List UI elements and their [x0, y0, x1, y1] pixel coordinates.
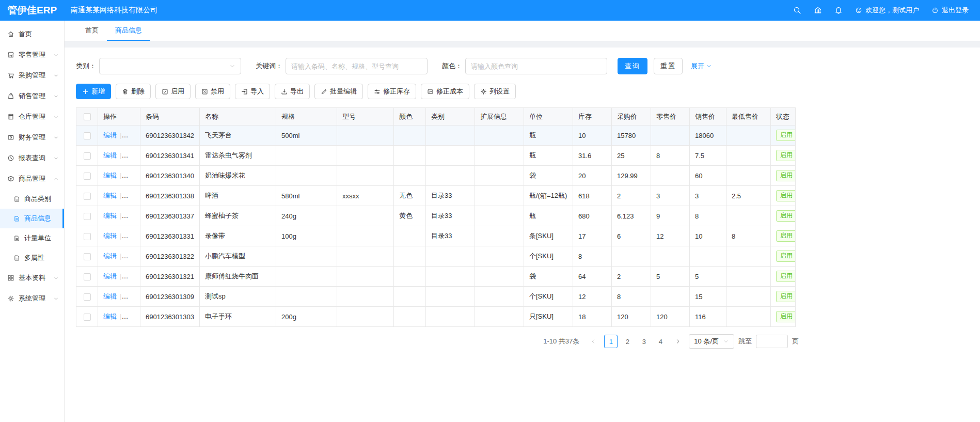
sidebar-subitem[interactable]: 商品类别: [0, 189, 64, 209]
reset-button[interactable]: 重置: [654, 58, 683, 74]
toolbar-button[interactable]: 批量编辑: [314, 84, 363, 99]
sidebar-item[interactable]: 采购管理: [0, 65, 64, 86]
row-checkbox[interactable]: [84, 132, 91, 139]
toolbar-button[interactable]: 导出: [275, 84, 310, 99]
edit-link[interactable]: 编辑: [103, 292, 117, 300]
cell-spec: [276, 166, 337, 186]
cell-stock: 18: [573, 307, 612, 327]
column-header: 型号: [337, 108, 394, 126]
jump-page-input[interactable]: [756, 335, 788, 348]
row-checkbox[interactable]: [84, 253, 91, 260]
sidebar-item[interactable]: 零售管理: [0, 44, 64, 65]
logout-button[interactable]: 退出登录: [931, 6, 969, 15]
home-icon: [7, 30, 14, 38]
sidebar-item[interactable]: 财务管理: [0, 127, 64, 148]
sidebar-subitem-label: 计量单位: [24, 233, 59, 243]
table-row: 编辑|删除6901236301309测试sp个[SKU]12815启用: [76, 287, 796, 307]
toolbar-button[interactable]: 修正成本: [421, 84, 469, 99]
search-icon[interactable]: [793, 6, 801, 14]
sidebar-item-label: 商品管理: [19, 174, 53, 183]
sale-cart-icon: [7, 92, 14, 100]
row-checkbox[interactable]: [84, 273, 91, 280]
cell-barcode: 6901236301338: [140, 186, 200, 206]
sidebar-item-label: 财务管理: [19, 133, 53, 142]
toolbar-button[interactable]: 启用: [155, 84, 191, 99]
expand-link[interactable]: 展开: [691, 61, 712, 71]
row-checkbox[interactable]: [84, 173, 91, 180]
cell-purchase_price: 8: [612, 287, 651, 307]
edit-link[interactable]: 编辑: [103, 192, 117, 199]
sidebar-item[interactable]: 首页: [0, 24, 64, 44]
cell-min_price: [726, 146, 771, 166]
sidebar-subitem[interactable]: 多属性: [0, 248, 64, 268]
page-number[interactable]: 4: [654, 335, 667, 348]
tab[interactable]: 商品信息: [107, 21, 150, 41]
sidebar-item[interactable]: 仓库管理: [0, 106, 64, 127]
color-input[interactable]: [465, 58, 607, 74]
page-number[interactable]: 2: [621, 335, 634, 348]
tab[interactable]: 首页: [77, 21, 107, 41]
page-size-select[interactable]: 10 条/页: [689, 334, 734, 349]
edit-link[interactable]: 编辑: [103, 252, 117, 260]
welcome-user[interactable]: 欢迎您，测试用户: [855, 6, 919, 15]
bell-icon[interactable]: [834, 6, 843, 14]
row-checkbox[interactable]: [84, 213, 91, 220]
sidebar-subitem[interactable]: 计量单位: [0, 228, 64, 248]
toolbar-button[interactable]: 禁用: [195, 84, 230, 99]
cell-min_price: [726, 126, 771, 146]
page-number[interactable]: 3: [637, 335, 651, 348]
search-button[interactable]: 查询: [618, 58, 647, 74]
sidebar-item[interactable]: 系统管理: [0, 288, 64, 309]
sidebar-item[interactable]: 商品管理: [0, 168, 64, 189]
toolbar-button[interactable]: 修正库存: [368, 84, 416, 99]
edit-link[interactable]: 编辑: [103, 232, 117, 240]
edit-link[interactable]: 编辑: [103, 171, 117, 179]
edit-link[interactable]: 编辑: [103, 131, 117, 139]
columns-gear-icon: [480, 88, 487, 95]
cell-retail_price: 9: [651, 206, 690, 226]
next-page-button[interactable]: [671, 335, 685, 348]
row-checkbox-cell: [76, 287, 98, 307]
page-number[interactable]: 1: [604, 335, 618, 348]
row-checkbox[interactable]: [84, 152, 91, 160]
toolbar-button-label: 启用: [171, 87, 184, 96]
column-header: 销售价: [690, 108, 726, 126]
grid-icon: [7, 274, 14, 282]
keyword-input[interactable]: [286, 58, 428, 74]
expand-text: 展开: [691, 61, 704, 71]
row-checkbox[interactable]: [84, 314, 91, 321]
row-checkbox-cell: [76, 307, 98, 327]
row-checkbox-cell: [76, 186, 98, 206]
cell-ext: [475, 166, 524, 186]
sidebar-item[interactable]: 基本资料: [0, 268, 64, 288]
edit-link[interactable]: 编辑: [103, 212, 117, 220]
edit-link[interactable]: 编辑: [103, 312, 117, 320]
bank-icon[interactable]: [814, 6, 822, 14]
cell-status: 启用: [771, 206, 796, 226]
doc-icon: [13, 215, 20, 222]
toolbar-button[interactable]: 删除: [116, 84, 151, 99]
category-select[interactable]: [99, 58, 241, 74]
sidebar-item[interactable]: 销售管理: [0, 86, 64, 106]
cell-sale_price: 7.5: [690, 146, 726, 166]
cell-name: 蜂蜜柚子茶: [200, 206, 276, 226]
row-checkbox[interactable]: [84, 293, 91, 301]
toolbar-button[interactable]: 导入: [235, 84, 270, 99]
sidebar-item[interactable]: 报表查询: [0, 148, 64, 168]
select-all-checkbox[interactable]: [84, 113, 91, 120]
sidebar-item-label: 采购管理: [19, 71, 53, 80]
toolbar-button[interactable]: 新增: [76, 84, 111, 99]
table-row: 编辑|删除6901236301337蜂蜜柚子茶240g黄色目录33瓶6806.1…: [76, 206, 796, 226]
sidebar-menu: 首页零售管理采购管理销售管理仓库管理财务管理报表查询商品管理商品类别商品信息计量…: [0, 24, 64, 309]
prev-page-button[interactable]: [587, 335, 600, 348]
table-row: 编辑|删除6901236301338啤酒580mlxxsxx无色目录33瓶/(箱…: [76, 186, 796, 206]
sidebar-item-label: 报表查询: [19, 153, 53, 163]
sidebar-subitem[interactable]: 商品信息: [0, 209, 64, 228]
toolbar-button[interactable]: 列设置: [474, 84, 516, 99]
edit-link[interactable]: 编辑: [103, 151, 117, 159]
row-checkbox[interactable]: [84, 233, 91, 240]
link-divider: |: [120, 192, 121, 199]
edit-link[interactable]: 编辑: [103, 272, 117, 280]
row-checkbox[interactable]: [84, 193, 91, 200]
cell-status: 启用: [771, 226, 796, 246]
